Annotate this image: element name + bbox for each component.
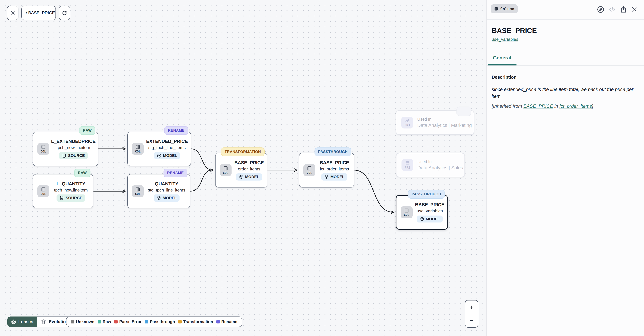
lineage-node-base-price-fct-order-items[interactable]: PASSTHROUGH COL BASE_PRICE fct_order_ite… bbox=[299, 153, 354, 187]
node-subtitle: use_variables bbox=[417, 209, 443, 213]
inherited-text: ] bbox=[592, 103, 593, 109]
legend-label: Passthrough bbox=[150, 319, 175, 324]
tag-label: MODEL bbox=[245, 175, 259, 179]
tag-label: SOURCE bbox=[68, 153, 85, 158]
columns-icon bbox=[404, 208, 409, 213]
chip-label: PRJ bbox=[404, 124, 410, 127]
legend-swatch bbox=[98, 320, 101, 323]
zoom-in-button[interactable]: + bbox=[465, 300, 478, 314]
close-graph-button[interactable] bbox=[7, 6, 18, 20]
chip-label: COL bbox=[135, 150, 140, 153]
cube-icon bbox=[157, 153, 162, 158]
legend-swatch bbox=[114, 320, 118, 323]
column-type-chip: COL bbox=[132, 143, 144, 155]
lens-selected-label: Evolution bbox=[49, 319, 68, 324]
lineage-node-quantity[interactable]: RENAME COL QUANTITY stg_tpch_line_items … bbox=[127, 174, 190, 208]
compass-icon bbox=[596, 6, 605, 14]
chip-label: COL bbox=[223, 171, 228, 175]
tag-label: MODEL bbox=[330, 175, 344, 179]
code-icon bbox=[608, 6, 616, 14]
ghost-badge bbox=[456, 107, 471, 116]
evolution-badge: RAW bbox=[79, 126, 95, 135]
layers-icon bbox=[41, 319, 46, 324]
legend-item: Parse Error bbox=[114, 319, 142, 324]
close-icon bbox=[10, 10, 16, 16]
legend-item: Unknown bbox=[71, 319, 94, 324]
columns-icon bbox=[494, 7, 498, 11]
evolution-badge: RAW bbox=[74, 169, 90, 177]
used-in-node-marketing[interactable]: PRJ Used In Data Analytics | Marketing bbox=[396, 110, 474, 135]
description-label: Description bbox=[492, 75, 639, 80]
legend-label: Raw bbox=[103, 319, 111, 324]
lenses-button[interactable]: Lenses bbox=[7, 316, 37, 327]
panel-header: Column bbox=[487, 0, 644, 20]
panel-title: BASE_PRICE bbox=[492, 27, 639, 35]
node-title: EXTENDED_PRICE bbox=[146, 139, 188, 144]
navigate-button[interactable] bbox=[596, 6, 605, 14]
lineage-node-l-quantity[interactable]: RAW COL L_QUANTITY tpch_now.lineitem SOU… bbox=[33, 174, 93, 208]
legend-item: Raw bbox=[98, 319, 111, 324]
close-panel-button[interactable] bbox=[631, 6, 638, 13]
columns-icon bbox=[135, 187, 140, 192]
node-subtitle: order_items bbox=[238, 167, 260, 171]
tab-general[interactable]: General bbox=[488, 55, 517, 66]
node-title: BASE_PRICE bbox=[234, 160, 264, 166]
evolution-badge: PASSTHROUGH bbox=[408, 190, 445, 199]
evolution-legend: Unknown Raw Parse Error Passthrough Tran… bbox=[66, 316, 242, 327]
legend-label: Parse Error bbox=[119, 319, 142, 324]
legend-item: Passthrough bbox=[145, 319, 175, 324]
columns-icon bbox=[41, 187, 46, 192]
node-kind-tag: SOURCE bbox=[56, 194, 85, 201]
evolution-badge: RENAME bbox=[164, 169, 187, 177]
node-title: L_QUANTITY bbox=[56, 181, 85, 187]
node-title: BASE_PRICE bbox=[320, 160, 349, 166]
column-type-chip: COL bbox=[132, 185, 144, 197]
details-panel: Column BASE_PRICE use_variables General … bbox=[486, 0, 644, 336]
used-in-node-sales[interactable]: PRJ Used In Data Analytics | Sales bbox=[396, 153, 465, 177]
share-button[interactable] bbox=[620, 6, 627, 13]
node-title: BASE_PRICE bbox=[415, 202, 444, 207]
zoom-controls: + − bbox=[465, 300, 478, 328]
lineage-node-l-extendedprice[interactable]: RAW COL L_EXTENDEDPRICE tpch_now.lineite… bbox=[33, 132, 98, 166]
breadcrumb[interactable]: .. / BASE_PRICE bbox=[22, 6, 56, 20]
legend-swatch bbox=[71, 320, 74, 323]
node-title: L_EXTENDEDPRICE bbox=[51, 139, 96, 144]
used-in-name: Data Analytics | Marketing bbox=[417, 123, 472, 128]
zoom-out-button[interactable]: − bbox=[465, 314, 478, 327]
inherited-note: [Inherited from BASE_PRICE in fct_order_… bbox=[492, 103, 639, 109]
chip-label: COL bbox=[40, 193, 46, 196]
lineage-edge bbox=[191, 149, 213, 170]
database-icon bbox=[62, 153, 66, 158]
cube-icon bbox=[156, 196, 161, 200]
evolution-badge: RENAME bbox=[164, 126, 188, 135]
columns-icon bbox=[307, 166, 312, 171]
lineage-canvas[interactable]: .. / BASE_PRICE PRJ Used In Data Analyti… bbox=[0, 0, 486, 336]
column-type-chip: COL bbox=[38, 143, 49, 155]
inherited-column-link[interactable]: BASE_PRICE bbox=[524, 103, 553, 109]
model-link[interactable]: use_variables bbox=[492, 37, 518, 42]
inherited-text: [Inherited from bbox=[492, 103, 524, 109]
node-subtitle: fct_order_items bbox=[320, 167, 349, 171]
refresh-button[interactable] bbox=[59, 6, 70, 20]
columns-icon bbox=[41, 145, 46, 149]
legend-label: Transformation bbox=[183, 319, 213, 324]
chip-label: COL bbox=[306, 171, 312, 175]
code-view-button[interactable] bbox=[608, 6, 616, 14]
node-subtitle: stg_tpch_line_items bbox=[148, 145, 186, 150]
node-kind-tag: MODEL bbox=[154, 152, 180, 159]
node-kind-tag: SOURCE bbox=[59, 152, 88, 159]
entity-type-label: Column bbox=[500, 7, 514, 11]
lineage-edge bbox=[190, 170, 212, 191]
inherited-model-link[interactable]: fct_order_items bbox=[559, 103, 592, 109]
column-type-chip: COL bbox=[38, 185, 49, 197]
app-window: .. / BASE_PRICE PRJ Used In Data Analyti… bbox=[0, 0, 644, 336]
share-icon bbox=[620, 6, 627, 13]
lineage-node-extended-price[interactable]: RENAME COL EXTENDED_PRICE stg_tpch_line_… bbox=[127, 132, 191, 166]
node-subtitle: stg_tpch_line_items bbox=[148, 188, 185, 193]
lineage-node-base-price-order-items[interactable]: TRANSFORMATION COL BASE_PRICE order_item… bbox=[215, 153, 268, 187]
lineage-edge bbox=[354, 170, 394, 212]
lineage-node-base-price-use-variables[interactable]: PASSTHROUGH COL BASE_PRICE use_variables… bbox=[396, 195, 448, 229]
legend-item: Transformation bbox=[178, 319, 213, 324]
used-in-label: Used In bbox=[418, 159, 463, 164]
legend-label: Rename bbox=[221, 319, 237, 324]
